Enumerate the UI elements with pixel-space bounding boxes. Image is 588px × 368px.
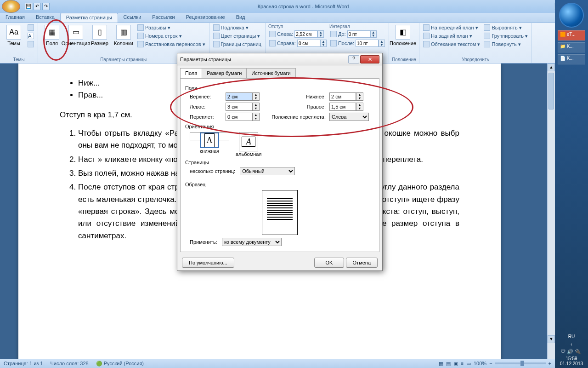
- gutter-pos-select[interactable]: Слева: [329, 113, 369, 121]
- right-input[interactable]: [329, 103, 356, 111]
- portrait-button[interactable]: Aкнижная: [190, 132, 229, 140]
- default-button[interactable]: По умолчанию...: [182, 258, 234, 268]
- undo-icon[interactable]: ↶: [34, 3, 41, 10]
- spacing-before-input[interactable]: [347, 30, 370, 38]
- margins-section-label: Поля: [185, 85, 374, 91]
- preview: [262, 190, 298, 235]
- bring-front-button[interactable]: На передний план ▾: [422, 24, 481, 31]
- tray-time[interactable]: 15:59: [555, 356, 588, 361]
- indent-left-input[interactable]: [294, 30, 317, 38]
- dialog-tab-margins[interactable]: Поля: [180, 68, 202, 78]
- theme-effects[interactable]: [27, 40, 35, 48]
- send-back-button[interactable]: На задний план ▾: [422, 32, 481, 40]
- tab-page-layout[interactable]: Разметка страницы: [60, 13, 118, 23]
- ribbon-tabs: Главная Вставка Разметка страницы Ссылки…: [0, 13, 588, 23]
- spinner[interactable]: ▲▼: [356, 103, 363, 111]
- status-lang[interactable]: 🟢 Русский (Россия): [96, 361, 144, 367]
- align-button[interactable]: Выровнять ▾: [483, 24, 529, 31]
- save-icon[interactable]: 💾: [25, 3, 32, 10]
- taskbar-item[interactable]: 🟧 eT...: [558, 30, 585, 40]
- landscape-button[interactable]: Aальбомная: [236, 132, 261, 157]
- page-color-button[interactable]: Цвет страницы ▾: [212, 32, 262, 40]
- page-borders-button[interactable]: Границы страниц: [212, 40, 262, 48]
- apply-label: Применить:: [190, 239, 217, 245]
- indent-right-label: Справа:: [277, 40, 296, 46]
- tab-review[interactable]: Рецензирование: [181, 13, 231, 23]
- tab-insert[interactable]: Вставка: [30, 13, 60, 23]
- dialog-tab-source[interactable]: Источник бумаги: [246, 68, 295, 78]
- office-button[interactable]: [2, 0, 20, 13]
- spinner[interactable]: ▲▼: [317, 30, 324, 38]
- tray-lang[interactable]: RU: [555, 334, 588, 339]
- dialog-tab-paper[interactable]: Размер бумаги: [202, 68, 247, 78]
- dialog-help-button[interactable]: ?: [348, 55, 359, 63]
- scroll-thumb[interactable]: [548, 73, 554, 109]
- tab-view[interactable]: Вид: [231, 13, 251, 23]
- tray-icons[interactable]: 🛡🔊🔌: [555, 349, 588, 355]
- zoom-in[interactable]: +: [548, 361, 551, 366]
- tray-arrow[interactable]: ‹: [555, 342, 588, 347]
- breaks-button[interactable]: Разрывы ▾: [136, 24, 206, 31]
- multi-pages-select[interactable]: Обычный: [240, 167, 295, 175]
- bottom-input[interactable]: [329, 92, 356, 101]
- top-input[interactable]: [226, 92, 252, 101]
- spinner[interactable]: ▲▼: [370, 30, 377, 38]
- columns-button[interactable]: ▥Колонки: [113, 24, 135, 47]
- group-themes: Темы: [3, 57, 35, 62]
- tab-references[interactable]: Ссылки: [118, 13, 147, 23]
- text-wrap-button[interactable]: Обтекание текстом ▾: [422, 40, 481, 48]
- left-input[interactable]: [226, 103, 252, 111]
- hyphenation-button[interactable]: Расстановка переносов ▾: [136, 40, 206, 48]
- spinner[interactable]: ▲▼: [379, 40, 385, 47]
- right-label: Правое:: [271, 104, 326, 109]
- indent-heading: Отступ: [268, 24, 328, 29]
- spinner[interactable]: ▲▼: [252, 92, 260, 101]
- watermark-button[interactable]: Подложка ▾: [212, 24, 262, 31]
- cancel-button[interactable]: Отмена: [346, 258, 378, 268]
- indent-left-icon: [269, 31, 276, 37]
- vertical-scrollbar[interactable]: ▲ ▼: [547, 63, 555, 359]
- rotate-button[interactable]: Повернуть ▾: [483, 40, 529, 48]
- tab-home[interactable]: Главная: [0, 13, 30, 23]
- zoom-out[interactable]: −: [489, 361, 492, 366]
- margins-button[interactable]: ▦Поля: [41, 24, 63, 47]
- spinner[interactable]: ▲▼: [356, 92, 363, 101]
- spinner[interactable]: ▲▼: [320, 40, 327, 47]
- view-reading-icon[interactable]: ▤: [446, 361, 451, 367]
- left-label: Левое:: [190, 104, 222, 109]
- spinner[interactable]: ▲▼: [252, 113, 260, 121]
- ok-button[interactable]: OK: [314, 258, 345, 268]
- view-print-layout-icon[interactable]: ▦: [439, 361, 443, 367]
- dialog-close-button[interactable]: ✕: [360, 55, 379, 63]
- spinner[interactable]: ▲▼: [252, 103, 260, 111]
- group-objects-button[interactable]: Группировать ▾: [483, 32, 529, 40]
- quick-access-toolbar: 💾 ↶ ↷: [22, 3, 52, 10]
- gutter-input[interactable]: [226, 113, 252, 121]
- status-page[interactable]: Страница: 1 из 1: [4, 361, 43, 366]
- indent-right-input[interactable]: [297, 40, 320, 47]
- start-button[interactable]: [559, 3, 584, 28]
- spacing-after-label: После:: [338, 40, 354, 46]
- redo-icon[interactable]: ↷: [42, 3, 50, 10]
- view-draft-icon[interactable]: ▭: [466, 361, 471, 367]
- view-outline-icon[interactable]: ≡: [461, 361, 464, 366]
- orientation-button[interactable]: ▭Ориентация: [65, 24, 87, 47]
- theme-fonts[interactable]: A: [27, 32, 35, 40]
- apply-select[interactable]: ко всему документу: [222, 238, 282, 246]
- status-words[interactable]: Число слов: 328: [51, 361, 89, 366]
- scroll-down[interactable]: ▼: [548, 335, 555, 343]
- scroll-up[interactable]: ▲: [548, 63, 555, 71]
- zoom-level[interactable]: 100%: [474, 361, 486, 366]
- size-button[interactable]: ▯Размер: [89, 24, 111, 47]
- themes-button[interactable]: AaТемы: [3, 24, 25, 47]
- spacing-after-input[interactable]: [356, 40, 379, 47]
- zoom-slider[interactable]: [495, 362, 546, 364]
- position-button[interactable]: ◧Положение: [392, 24, 414, 47]
- taskbar-item[interactable]: 📁 K...: [558, 42, 585, 52]
- tray-date[interactable]: 01.12.2013: [555, 361, 588, 366]
- line-numbers-button[interactable]: Номера строк ▾: [136, 32, 206, 40]
- taskbar-item[interactable]: 📄 K...: [558, 54, 585, 64]
- view-web-icon[interactable]: ▣: [453, 361, 458, 367]
- tab-mailings[interactable]: Рассылки: [147, 13, 180, 23]
- theme-colors[interactable]: [27, 24, 35, 31]
